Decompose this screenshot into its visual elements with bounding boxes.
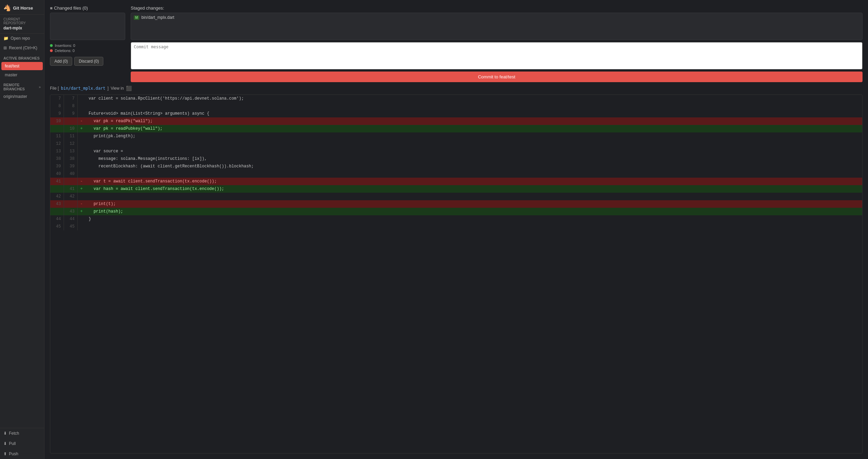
diff-marker: [78, 110, 85, 117]
line-num-left: 43: [50, 200, 64, 208]
staged-files-list: M bin/dart_mplx.dart: [131, 13, 863, 40]
changed-files-label: Changed files (0): [54, 5, 88, 11]
action-buttons: Add (0) Discard (0): [50, 57, 125, 66]
diff-row: 3939 recentBlockhash: (await client.getR…: [50, 163, 862, 170]
sidebar-bottom-nav: ⬇ Fetch ⬇ Pull ⬆ Push: [0, 428, 44, 459]
file-header: File [ bin/dart_mplx.dart ] View in ⬛: [50, 86, 863, 91]
line-num-left: 40: [50, 170, 64, 178]
open-repo-label: Open repo: [11, 36, 30, 41]
line-num-right: 43: [64, 208, 78, 215]
diff-row: 43- print(t);: [50, 200, 862, 208]
line-num-left: 39: [50, 163, 64, 170]
remote-branches-section: Remote branches »: [0, 79, 44, 92]
diff-marker: +: [78, 208, 85, 215]
line-num-right: 40: [64, 170, 78, 178]
staged-changes-panel: Staged changes: M bin/dart_mplx.dart Com…: [131, 5, 863, 82]
branch-feat-test[interactable]: feat/test: [1, 62, 43, 70]
line-num-left: 11: [50, 132, 64, 140]
diff-marker: [78, 132, 85, 140]
diff-code: [85, 193, 89, 200]
open-repo-item[interactable]: 📁 Open repo: [0, 34, 44, 43]
expand-icon[interactable]: »: [39, 85, 41, 89]
code-diff[interactable]: 77var client = solana.RpcClient('https:/…: [50, 94, 863, 454]
line-num-right: 13: [64, 148, 78, 155]
commit-button[interactable]: Commit to feat/test: [131, 72, 863, 82]
diff-marker: [78, 140, 85, 148]
commit-message-input[interactable]: [131, 42, 863, 69]
diff-row: 4040: [50, 170, 862, 178]
push-label: Push: [9, 451, 18, 456]
diff-row: 43+ print(hash);: [50, 208, 862, 215]
diff-code: var pk = readPubkey("wall");: [85, 125, 163, 132]
staged-file-item: M bin/dart_mplx.dart: [134, 15, 859, 20]
diff-marker: [78, 163, 85, 170]
diff-row: 77var client = solana.RpcClient('https:/…: [50, 95, 862, 102]
diff-code: recentBlockhash: (await client.getRecent…: [85, 163, 254, 170]
line-num-right: 11: [64, 132, 78, 140]
diff-marker: [78, 215, 85, 223]
diff-marker: [78, 155, 85, 163]
diff-code: print(pk.length);: [85, 132, 135, 140]
pull-item[interactable]: ⬇ Pull: [0, 438, 44, 449]
changed-files-list: [50, 13, 125, 40]
diff-marker: -: [78, 117, 85, 125]
vscode-icon[interactable]: ⬛: [126, 86, 132, 91]
line-num-right: 7: [64, 95, 78, 102]
repo-section: Current repository dart-mplx: [0, 15, 44, 34]
diff-code: var t = await client.sendTransaction(tx.…: [85, 178, 217, 185]
diff-code: print(t);: [85, 200, 116, 208]
fetch-item[interactable]: ⬇ Fetch: [0, 428, 44, 438]
line-num-right: [64, 117, 78, 125]
diff-marker: [78, 223, 85, 230]
file-prefix: File [: [50, 86, 59, 91]
insertions-dot: [50, 44, 53, 47]
stats-section: Insertions: 0 Deletions: 0: [50, 43, 125, 53]
repo-name: dart-mplx: [3, 26, 41, 30]
branch-master[interactable]: master: [1, 71, 43, 79]
fetch-icon: ⬇: [3, 431, 7, 436]
diff-code: var pk = readPk("wall");: [85, 117, 153, 125]
diff-row: 4545: [50, 223, 862, 230]
line-num-left: 13: [50, 148, 64, 155]
remote-branch-origin-master[interactable]: origin/master: [0, 92, 44, 101]
sidebar-header: 🐴 Git Horse: [0, 0, 44, 15]
folder-icon: 📁: [3, 36, 9, 41]
line-num-left: 12: [50, 140, 64, 148]
diff-code: var hash = await client.sendTransaction(…: [85, 185, 224, 193]
diff-marker: [78, 193, 85, 200]
diff-marker: [78, 95, 85, 102]
diff-code: Future<void> main(List<String> arguments…: [85, 110, 209, 117]
line-num-left: 41: [50, 178, 64, 185]
line-num-right: 45: [64, 223, 78, 230]
push-item[interactable]: ⬆ Push: [0, 449, 44, 459]
deletions-row: Deletions: 0: [50, 49, 125, 53]
line-num-left: [50, 185, 64, 193]
file-suffix: ]: [107, 86, 108, 91]
diff-row: 4242: [50, 193, 862, 200]
line-num-right: 38: [64, 155, 78, 163]
add-button[interactable]: Add (0): [50, 57, 72, 66]
active-branches-title: Active branches: [0, 53, 44, 62]
diff-row: 3838 message: solana.Message(instruction…: [50, 155, 862, 163]
staged-file-path: bin/dart_mplx.dart: [141, 15, 174, 20]
diff-row: 1212: [50, 140, 862, 148]
diff-row: 10- var pk = readPk("wall");: [50, 117, 862, 125]
changed-files-panel: ■ Changed files (0) Insertions: 0 Deleti…: [50, 5, 125, 82]
file-path: bin/dart_mplx.dart: [61, 86, 105, 91]
line-num-left: [50, 125, 64, 132]
sidebar: 🐴 Git Horse Current repository dart-mplx…: [0, 0, 44, 459]
changed-files-title: ■ Changed files (0): [50, 5, 125, 11]
diff-code: [85, 223, 89, 230]
insertions-label: Insertions: 0: [55, 43, 75, 48]
top-section: ■ Changed files (0) Insertions: 0 Deleti…: [50, 5, 863, 82]
pull-icon: ⬇: [3, 441, 7, 446]
diff-code: [85, 102, 89, 110]
deletions-dot: [50, 49, 53, 52]
recent-item[interactable]: ⊞ Recent (Ctrl+K): [0, 43, 44, 53]
diff-code: var source =: [85, 148, 123, 155]
diff-marker: -: [78, 178, 85, 185]
discard-button[interactable]: Discard (0): [74, 57, 103, 66]
diff-code: message: solana.Message(instructions: [i…: [85, 155, 207, 163]
line-num-right: 8: [64, 102, 78, 110]
pull-label: Pull: [9, 441, 16, 446]
